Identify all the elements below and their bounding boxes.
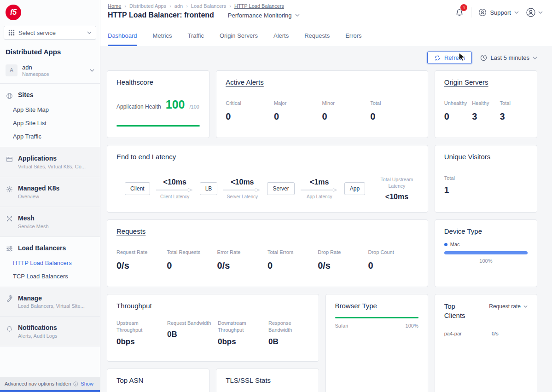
time-range-dropdown[interactable]: Last 5 minutes: [480, 54, 537, 61]
sidebar-item-app-traffic[interactable]: App Traffic: [0, 130, 100, 143]
nav-group-sites: Sites App Site Map App Site List App Tra…: [0, 84, 100, 147]
sidebar-item-subtitle: Virtual Sites, Virtual K8s, Co...: [18, 164, 86, 169]
hop-label: Client Latency: [160, 194, 189, 199]
sidebar-item-managed-k8s[interactable]: Managed K8s Overview: [0, 181, 100, 203]
card-title: End to end Latency: [116, 153, 418, 161]
chevron-down-icon: [90, 69, 94, 72]
notifications-bell-button[interactable]: 1: [455, 8, 464, 17]
sidebar-item-sites[interactable]: Sites: [0, 87, 100, 103]
card-origin-servers: Origin Servers Unhealthy 0 Healthy 3 Tot…: [435, 70, 537, 138]
cards-grid: Healthscore Application Health 100 /100 …: [107, 70, 537, 392]
card-end-to-end-latency: End to end Latency Client <10ms Client L…: [107, 145, 428, 213]
page-title: HTTP Load Balancer: frontend: [108, 11, 214, 19]
service-selector[interactable]: Select service: [4, 26, 96, 40]
card-title[interactable]: Active Alerts: [226, 78, 418, 86]
breadcrumb-adn[interactable]: adn: [174, 3, 191, 9]
metric-value: 0: [370, 111, 416, 122]
sidebar-item-manage[interactable]: Manage Load Balancers, Virtual Site...: [0, 291, 100, 313]
sidebar-item-app-site-map[interactable]: App Site Map: [0, 103, 100, 116]
metric-label: Total Requests: [167, 249, 214, 256]
sidebar-item-mesh[interactable]: Mesh Service Mesh: [0, 211, 100, 233]
namespace-type-label: Namespace: [22, 71, 49, 77]
metric-value: 0: [322, 111, 368, 122]
refresh-button[interactable]: Refresh: [427, 52, 472, 64]
card-title[interactable]: Requests: [116, 227, 418, 235]
tab-metrics[interactable]: Metrics: [153, 32, 172, 46]
sidebar-item-app-site-list[interactable]: App Site List: [0, 116, 100, 130]
browser-percent: 100%: [406, 323, 418, 329]
total-upstream-latency: Total Upstream Latency <10ms: [375, 176, 418, 201]
metric-label: Unhealthy: [444, 100, 469, 107]
tab-traffic[interactable]: Traffic: [188, 32, 204, 46]
time-range-label: Last 5 minutes: [490, 54, 529, 61]
tab-requests[interactable]: Requests: [304, 32, 330, 46]
metric-label: Major: [274, 100, 320, 107]
support-menu[interactable]: Support: [478, 8, 519, 17]
metric-major: Major 0: [274, 100, 322, 122]
sidebar-app-title: Distributed Apps: [0, 45, 100, 60]
metric-total-requests: Total Requests 0: [167, 249, 217, 271]
healthscore-metric: Application Health 100 /100: [116, 98, 200, 111]
topbar-actions: 1 Support: [455, 3, 543, 17]
breadcrumb-home[interactable]: Home: [108, 3, 129, 9]
throughput-metrics: Upstream Throughput 0bps Request Bandwid…: [116, 320, 309, 346]
tab-origin-servers[interactable]: Origin Servers: [220, 32, 258, 46]
sidebar-item-applications[interactable]: Applications Virtual Sites, Virtual K8s,…: [0, 151, 100, 173]
namespace-selector[interactable]: A adn Namespace: [0, 60, 100, 84]
tab-alerts[interactable]: Alerts: [273, 32, 289, 46]
top-clients-sort-dropdown[interactable]: Request rate: [489, 303, 528, 310]
metric-value: 0/s: [318, 260, 365, 271]
refresh-icon: [434, 55, 441, 61]
namespace-avatar: A: [6, 64, 17, 76]
breadcrumb-http-load-balancers[interactable]: HTTP Load Balancers: [234, 3, 284, 9]
tab-dashboard[interactable]: Dashboard: [108, 32, 137, 46]
hop-label: App Latency: [307, 194, 332, 199]
support-label: Support: [490, 9, 511, 16]
metric-value: 0: [226, 111, 271, 122]
metric-value: 0B: [268, 337, 314, 346]
sidebar-item-subtitle: Alerts, Audit Logs: [18, 333, 58, 339]
gear-icon: [6, 185, 13, 193]
nav-group-notifications: Notifications Alerts, Audit Logs: [0, 317, 100, 346]
card-top-clients: Top Clients Request rate pa4-par 0/s: [435, 294, 537, 392]
sidebar-item-load-balancers[interactable]: Load Balancers: [0, 241, 100, 256]
show-advanced-nav-link[interactable]: Show: [81, 381, 93, 386]
tab-bar: Dashboard Metrics Traffic Origin Servers…: [100, 26, 552, 46]
chevron-down-icon: [87, 31, 92, 34]
app-root: f5 Select service Distributed Apps A adn…: [0, 0, 552, 392]
sidebar-item-notifications[interactable]: Notifications Alerts, Audit Logs: [0, 320, 100, 342]
arrow-right-icon: [222, 187, 262, 193]
refresh-label: Refresh: [444, 54, 465, 61]
sidebar-scroll-bar[interactable]: [0, 390, 100, 392]
tab-errors[interactable]: Errors: [345, 32, 361, 46]
sidebar-item-http-load-balancers[interactable]: HTTP Load Balancers: [0, 256, 100, 270]
sort-label: Request rate: [489, 303, 521, 310]
card-requests: Requests Request Rate 0/s Total Requests…: [107, 219, 428, 287]
legend-label: Mac: [450, 242, 460, 247]
metric-unhealthy: Unhealthy 0: [444, 100, 472, 122]
namespace-name: adn: [22, 64, 49, 71]
card-title[interactable]: Origin Servers: [444, 78, 528, 86]
metric-total: Total 3: [500, 100, 528, 122]
metric-label: Response Bandwidth: [268, 320, 314, 334]
sidebar-item-tcp-load-balancers[interactable]: TCP Load Balancers: [0, 270, 100, 283]
client-rate: 0/s: [492, 331, 528, 336]
card-title: Top ASN: [116, 376, 200, 384]
account-menu[interactable]: [526, 7, 543, 17]
divider: [471, 7, 471, 17]
origin-metrics: Unhealthy 0 Healthy 3 Total 3: [444, 100, 528, 122]
notification-badge: 1: [460, 4, 467, 11]
metric-request-rate: Request Rate 0/s: [116, 249, 167, 271]
breadcrumb-distributed-apps[interactable]: Distributed Apps: [129, 3, 174, 9]
browser-type-bar: [335, 317, 418, 318]
info-icon[interactable]: [73, 381, 78, 386]
card-title: Unique Visitors: [444, 153, 528, 161]
metric-value: 0bps: [218, 337, 263, 346]
sidebar-item-label: Applications: [18, 155, 86, 162]
monitoring-mode-dropdown[interactable]: Performance Monitoring: [228, 12, 300, 19]
dashboard-content: Refresh Last 5 minutes Healthscore Appli…: [100, 46, 552, 392]
card-tls-ssl-stats: TLS/SSL Stats: [216, 369, 319, 392]
metric-value: 0B: [167, 330, 212, 339]
breadcrumb-load-balancers[interactable]: Load Balancers: [191, 3, 234, 9]
browser-name: Safari: [335, 323, 349, 329]
